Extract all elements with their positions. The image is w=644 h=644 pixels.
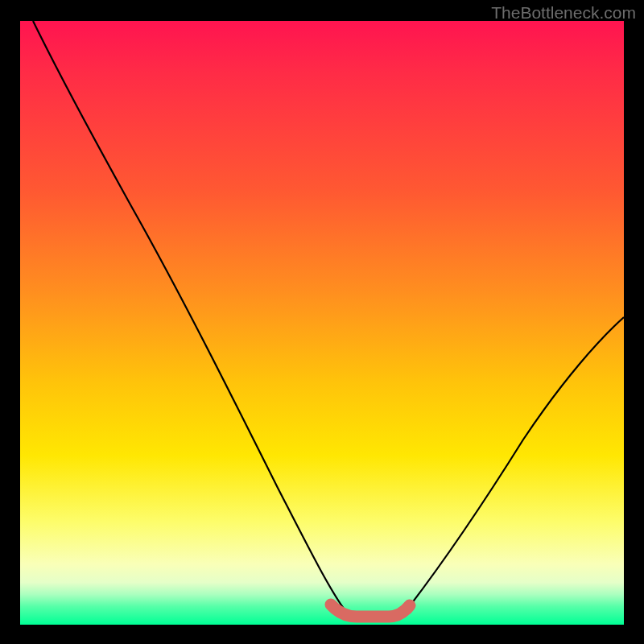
curve-layer <box>20 21 624 625</box>
chart-frame: TheBottleneck.com <box>0 0 644 644</box>
bottleneck-curve <box>33 21 624 617</box>
plot-area <box>20 21 624 625</box>
watermark-text: TheBottleneck.com <box>491 3 636 23</box>
